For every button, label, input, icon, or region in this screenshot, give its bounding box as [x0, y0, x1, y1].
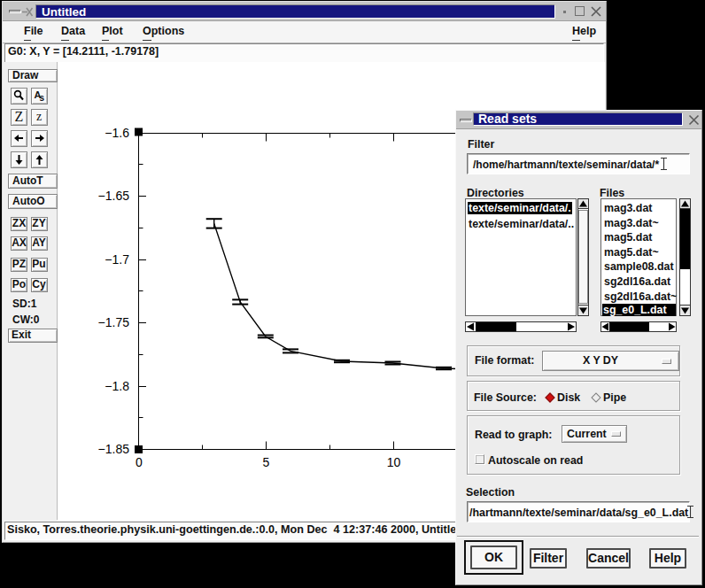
svg-text:−1.85: −1.85	[98, 442, 130, 456]
svg-text:10: 10	[387, 455, 401, 469]
svg-text:−1.8: −1.8	[105, 379, 129, 393]
svg-text:5: 5	[263, 455, 270, 469]
svg-text:0: 0	[136, 455, 143, 469]
svg-text:−1.65: −1.65	[98, 189, 130, 203]
svg-text:−1.6: −1.6	[105, 126, 129, 140]
svg-text:−1.75: −1.75	[98, 315, 130, 329]
svg-text:−1.7: −1.7	[105, 252, 129, 267]
